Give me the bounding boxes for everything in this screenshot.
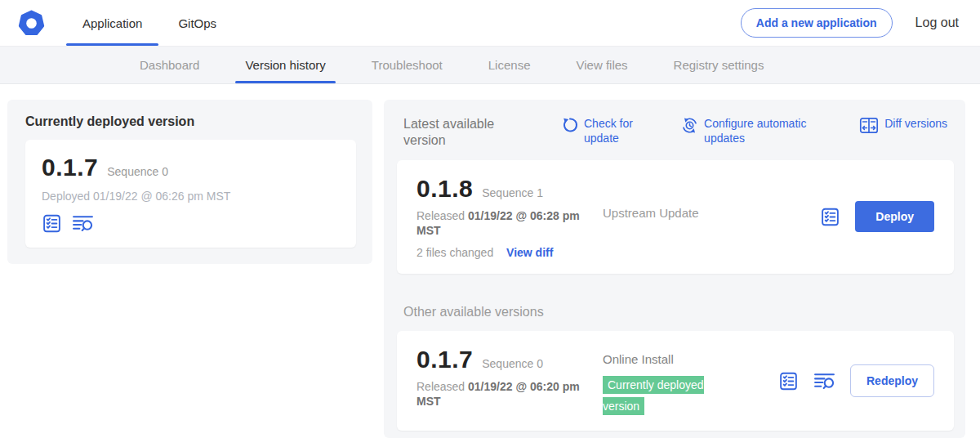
other-version-actions: Redeploy	[778, 364, 934, 397]
deployed-timestamp: Deployed 01/19/22 @ 06:26 pm MST	[42, 190, 340, 203]
tab-gitops-label: GitOps	[178, 16, 216, 30]
files-changed-label: 2 files changed	[416, 246, 493, 259]
released-label: Released	[416, 209, 465, 222]
currently-deployed-badge-wrap: Currently deployed version	[603, 374, 727, 416]
other-sequence: Sequence 0	[482, 357, 543, 370]
tab-dashboard[interactable]: Dashboard	[117, 47, 222, 83]
header-tabs: Application GitOps	[65, 0, 234, 46]
latest-version-info: 0.1.8 Sequence 1 Released 01/19/22 @ 06:…	[416, 175, 603, 259]
diff-versions-link[interactable]: Diff versions	[859, 116, 947, 145]
add-application-button[interactable]: Add a new application	[741, 8, 893, 38]
tab-application-label: Application	[82, 16, 142, 30]
released-label: Released	[416, 380, 465, 393]
other-version-source: Online Install Currently deployed versio…	[603, 352, 778, 416]
tab-license-label: License	[488, 58, 531, 72]
tab-view-files[interactable]: View files	[553, 47, 650, 83]
other-version-card: 0.1.7 Sequence 0 Released 01/19/22 @ 06:…	[397, 331, 954, 431]
currently-deployed-panel: Currently deployed version 0.1.7 Sequenc…	[7, 100, 372, 264]
tab-troubleshoot[interactable]: Troubleshoot	[349, 47, 466, 83]
preflight-checklist-icon[interactable]	[820, 207, 840, 227]
available-versions-panel: Latest available version Check for updat…	[384, 100, 965, 438]
latest-version-card: 0.1.8 Sequence 1 Released 01/19/22 @ 06:…	[397, 160, 954, 274]
tab-application[interactable]: Application	[65, 0, 160, 46]
version-line: 0.1.8 Sequence 1	[416, 175, 603, 203]
diff-versions-icon	[859, 117, 879, 134]
check-for-update-link[interactable]: Check for update	[562, 116, 640, 145]
check-update-icon	[562, 117, 578, 133]
deployed-version-number: 0.1.7	[42, 154, 98, 181]
other-released-timestamp: Released 01/19/22 @ 06:20 pm MST	[416, 379, 603, 409]
view-logs-icon[interactable]	[72, 213, 94, 234]
files-changed-line: 2 files changed View diff	[416, 246, 603, 259]
tab-troubleshoot-label: Troubleshoot	[372, 58, 443, 72]
deployed-sequence: Sequence 0	[107, 165, 168, 178]
latest-version-source: Upstream Update	[603, 175, 820, 220]
tab-view-files-label: View files	[576, 58, 627, 72]
tab-registry-settings-label: Registry settings	[674, 58, 764, 72]
deployed-card-actions	[42, 213, 340, 234]
tab-version-history-label: Version history	[245, 58, 325, 72]
currently-deployed-title: Currently deployed version	[25, 114, 356, 129]
available-panel-actions: Check for update Configure automatic upd…	[562, 116, 947, 145]
logout-link[interactable]: Log out	[915, 16, 959, 30]
configure-automatic-updates-label: Configure automatic updates	[704, 116, 818, 145]
tab-gitops[interactable]: GitOps	[160, 0, 234, 46]
redeploy-button[interactable]: Redeploy	[850, 364, 934, 397]
configure-automatic-updates-link[interactable]: Configure automatic updates	[681, 116, 818, 145]
currently-deployed-badge: Currently deployed version	[603, 376, 704, 415]
latest-available-title: Latest available version	[403, 116, 528, 149]
app-logo[interactable]	[0, 0, 65, 46]
latest-sequence: Sequence 1	[482, 186, 543, 199]
online-install-label: Online Install	[603, 352, 778, 366]
other-version-number: 0.1.7	[416, 346, 473, 373]
app-subnav: Dashboard Version history Troubleshoot L…	[0, 47, 980, 84]
check-for-update-label: Check for update	[584, 116, 640, 145]
tab-license[interactable]: License	[466, 47, 554, 83]
tab-dashboard-label: Dashboard	[140, 58, 199, 72]
diff-versions-label: Diff versions	[884, 116, 947, 131]
preflight-checklist-icon[interactable]	[42, 213, 62, 234]
header-right: Add a new application Log out	[741, 0, 980, 46]
top-header: Application GitOps Add a new application…	[0, 0, 980, 47]
deployed-version-card: 0.1.7 Sequence 0 Deployed 01/19/22 @ 06:…	[25, 140, 356, 248]
other-version-info: 0.1.7 Sequence 0 Released 01/19/22 @ 06:…	[416, 346, 603, 409]
version-line: 0.1.7 Sequence 0	[42, 154, 340, 181]
deploy-button[interactable]: Deploy	[855, 201, 934, 232]
tab-registry-settings[interactable]: Registry settings	[651, 47, 787, 83]
view-diff-link[interactable]: View diff	[506, 246, 553, 259]
main-content: Currently deployed version 0.1.7 Sequenc…	[0, 84, 980, 438]
configure-updates-icon	[681, 117, 698, 134]
other-available-versions-title: Other available versions	[403, 305, 965, 320]
view-logs-icon[interactable]	[813, 371, 835, 391]
available-panel-header: Latest available version Check for updat…	[384, 116, 965, 149]
tab-version-history[interactable]: Version history	[222, 47, 348, 83]
upstream-update-label: Upstream Update	[603, 206, 820, 220]
app-logo-heptagon-icon	[18, 10, 45, 37]
preflight-checklist-icon[interactable]	[778, 371, 799, 391]
latest-version-actions: Deploy	[820, 201, 934, 232]
latest-released-timestamp: Released 01/19/22 @ 06:28 pm MST	[416, 208, 603, 239]
latest-version-number: 0.1.8	[416, 175, 473, 203]
version-line: 0.1.7 Sequence 0	[416, 346, 603, 373]
